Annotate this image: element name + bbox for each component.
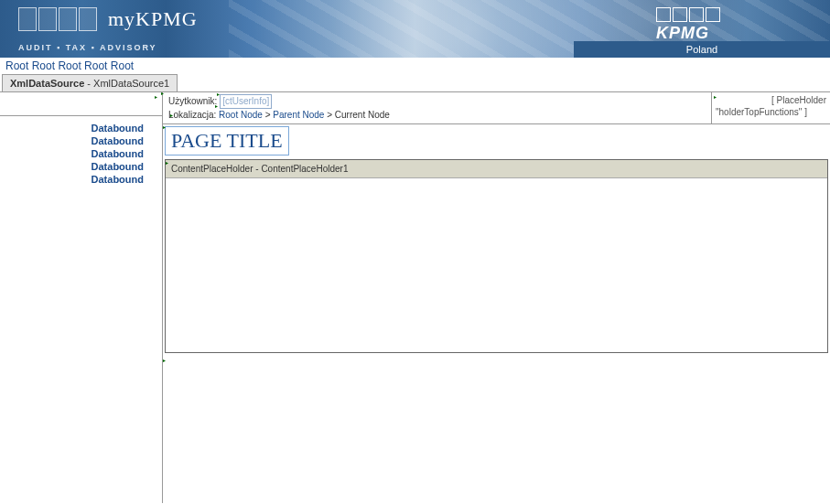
smart-tag-icon[interactable]: ▸	[163, 124, 168, 130]
datasource-tab-row: XmlDataSource - XmlDataSource1	[0, 74, 830, 91]
content-placeholder-header: ▸ ContentPlaceHolder - ContentPlaceHolde…	[166, 160, 827, 178]
brand-text: myKPMG	[108, 7, 198, 31]
content-placeholder[interactable]: ▸ ContentPlaceHolder - ContentPlaceHolde…	[165, 159, 828, 353]
breadcrumb-sep: >	[327, 110, 332, 120]
sidebar-items: ▸ Databound Databound Databound Databoun…	[0, 116, 162, 186]
top-menu-item[interactable]: Root	[111, 59, 134, 72]
user-control-text: [ctUserInfo]	[222, 96, 269, 106]
sidebar-item[interactable]: Databound	[0, 173, 144, 186]
datasource-tab[interactable]: XmlDataSource - XmlDataSource1	[2, 74, 178, 91]
top-menu-item[interactable]: Root	[58, 59, 81, 72]
placeholder-line1: [ PlaceHolder	[716, 94, 826, 106]
top-menu: Root Root Root Root Root	[0, 58, 830, 74]
corp-logo-text: KPMG	[656, 24, 720, 43]
placeholder-line2: "holderTopFunctions" ]	[716, 106, 826, 118]
info-row: ▸ Użytkownik: ▸ [ctUserInfo] Lokalizacja…	[163, 92, 830, 124]
header-banner: myKPMG AUDIT ▪ TAX ▪ ADVISORY KPMG Polan…	[0, 0, 830, 58]
smart-tag-icon[interactable]: ▸	[714, 94, 719, 100]
tagline: AUDIT ▪ TAX ▪ ADVISORY	[0, 43, 157, 52]
sidebar: ▸ ▸ Databound Databound Databound Databo…	[0, 92, 163, 503]
breadcrumb-parent[interactable]: Parent Node	[273, 110, 324, 120]
smart-tag-icon[interactable]: ▸	[217, 91, 222, 97]
location-label: Lokalizacja:	[168, 110, 216, 120]
brand-area: myKPMG	[18, 7, 198, 31]
user-control-placeholder[interactable]: ▸ [ctUserInfo]	[220, 94, 272, 109]
top-menu-item[interactable]: Root	[84, 59, 107, 72]
sidebar-item[interactable]: Databound	[0, 147, 144, 160]
smart-tag-icon[interactable]: ▸	[166, 160, 171, 166]
datasource-tab-suffix: - XmlDataSource1	[84, 78, 169, 89]
breadcrumb-sep: >	[265, 110, 271, 120]
breadcrumb-current: Current Node	[335, 110, 390, 120]
main-layout: ▸ ▸ Databound Databound Databound Databo…	[0, 91, 830, 503]
sidebar-item[interactable]: Databound	[0, 160, 144, 173]
corp-logo: KPMG	[656, 7, 720, 43]
corp-logo-squares-icon	[656, 7, 720, 22]
info-left: ▸ Użytkownik: ▸ [ctUserInfo] Lokalizacja…	[163, 92, 711, 123]
smart-tag-icon[interactable]: ▸	[161, 91, 167, 96]
brand-squares-icon	[18, 7, 97, 31]
page-title[interactable]: PAGE TITLE	[165, 126, 289, 155]
country-label: Poland	[574, 41, 830, 58]
smart-tag-icon[interactable]: ▸	[215, 103, 221, 109]
user-label: Użytkownik:	[168, 96, 217, 106]
top-menu-item[interactable]: Root	[5, 59, 28, 72]
content-placeholder-body[interactable]	[166, 178, 827, 352]
top-menu-item[interactable]: Root	[32, 59, 55, 72]
smart-tag-icon[interactable]: ▸	[163, 358, 168, 363]
smart-tag-icon[interactable]: ▸	[155, 94, 160, 100]
content-placeholder-label: ContentPlaceHolder - ContentPlaceHolder1	[171, 164, 348, 174]
breadcrumb-root[interactable]: Root Node	[219, 110, 263, 120]
sidebar-item[interactable]: Databound	[0, 134, 144, 147]
lower-area: ▸	[165, 355, 828, 501]
datasource-tab-name: XmlDataSource	[10, 78, 84, 89]
content-column: ▸ Użytkownik: ▸ [ctUserInfo] Lokalizacja…	[163, 92, 830, 503]
sidebar-item[interactable]: Databound	[0, 122, 144, 134]
info-right-placeholder: ▸ [ PlaceHolder "holderTopFunctions" ]	[711, 92, 830, 123]
sidebar-header-cell: ▸	[0, 92, 162, 116]
